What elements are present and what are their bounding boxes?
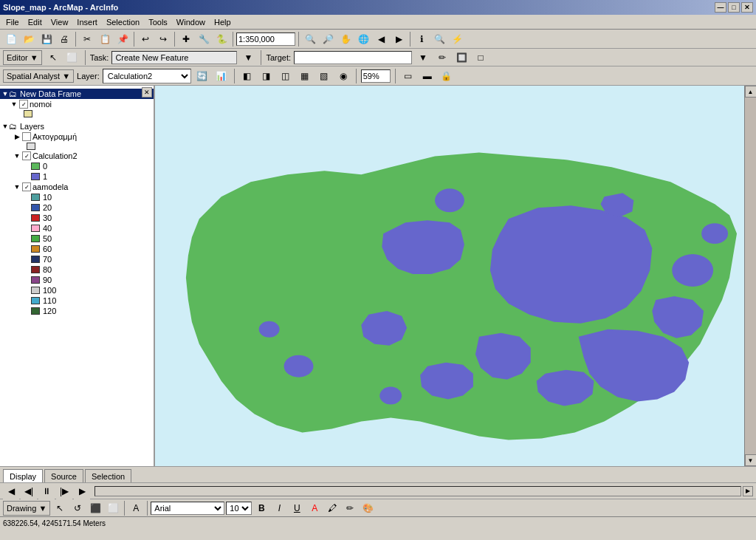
save-button[interactable]: 💾	[38, 31, 55, 47]
full-extent-button[interactable]: 🌐	[355, 31, 371, 47]
scroll-up-button[interactable]: ▲	[745, 86, 757, 98]
spatial-analyst-button[interactable]: Spatial Analyst ▼	[3, 69, 74, 83]
menu-tools[interactable]: Tools	[144, 16, 172, 28]
checkbox-aamodela[interactable]	[22, 182, 31, 191]
redo-button[interactable]: ↪	[155, 31, 171, 47]
rotate-tool[interactable]: ↺	[69, 500, 86, 516]
layer-calc2[interactable]: ▼ Calculation2	[0, 151, 154, 161]
menu-help[interactable]: Help	[210, 16, 236, 28]
sketch-tool2[interactable]: 🔲	[453, 49, 470, 66]
resize-tool[interactable]: ⬜	[105, 500, 121, 516]
menu-view[interactable]: View	[47, 16, 73, 28]
effect-btn3[interactable]: ◫	[278, 68, 294, 84]
edit-tool-button[interactable]: ↖	[45, 49, 61, 66]
zoom-out-button[interactable]: 🔎	[320, 31, 336, 47]
find-button[interactable]: 🔍	[431, 31, 447, 47]
menu-window[interactable]: Window	[172, 16, 210, 28]
menu-selection[interactable]: Selection	[102, 16, 144, 28]
italic-button[interactable]: I	[271, 500, 287, 516]
effect-btn2[interactable]: ◨	[258, 68, 275, 84]
target-input[interactable]	[294, 51, 412, 64]
map-nav-last[interactable]: ▶	[74, 483, 90, 499]
right-scrollbar[interactable]: ▲ ▼	[744, 86, 756, 466]
maximize-button[interactable]: □	[728, 2, 740, 13]
task-input[interactable]	[111, 51, 237, 64]
scroll-right-button[interactable]: ▶	[743, 486, 753, 496]
forward-extent-button[interactable]: ▶	[391, 31, 407, 47]
close-button[interactable]: ✕	[741, 2, 753, 13]
effect-btn4[interactable]: ▦	[297, 68, 313, 84]
text-tool[interactable]: A	[128, 500, 144, 516]
add-data-button[interactable]: ✚	[178, 31, 194, 47]
map-nav-prev[interactable]: ◀|	[21, 483, 37, 499]
back-extent-button[interactable]: ◀	[373, 31, 389, 47]
layout-btn3[interactable]: 🔒	[439, 68, 455, 84]
undo-button[interactable]: ↩	[137, 31, 154, 47]
highlight-button[interactable]: 🖍	[324, 500, 340, 516]
drawing-dropdown[interactable]: Drawing ▼	[3, 501, 50, 516]
layer-select[interactable]: Calculation2	[103, 69, 191, 83]
open-button[interactable]: 📂	[21, 31, 37, 47]
flip-tool[interactable]: ⬛	[87, 500, 103, 516]
tab-selection[interactable]: Selection	[85, 469, 131, 482]
panel-close-button[interactable]: ✕	[142, 87, 152, 98]
print-button[interactable]: 🖨	[56, 31, 72, 47]
data-frame-item[interactable]: ▼ 🗂 New Data Frame	[0, 89, 154, 99]
underline-button[interactable]: U	[289, 500, 305, 516]
sketch-tool1[interactable]: ✏	[434, 49, 450, 66]
checkbox-nomoi[interactable]	[19, 100, 28, 109]
map-nav-next[interactable]: |▶	[56, 483, 72, 499]
font-size-select[interactable]: 10	[226, 502, 252, 515]
menu-file[interactable]: File	[1, 16, 24, 28]
effect-btn5[interactable]: ▧	[316, 68, 332, 84]
menu-insert[interactable]: Insert	[72, 16, 102, 28]
edit-vertices-button[interactable]: ⬜	[64, 49, 80, 66]
task-dropdown[interactable]: ▼	[240, 49, 256, 66]
tab-display[interactable]: Display	[3, 469, 43, 482]
raster-btn1[interactable]: 🔄	[194, 68, 210, 84]
fill-color-button[interactable]: 🎨	[360, 500, 376, 516]
python-button[interactable]: 🐍	[213, 31, 230, 47]
sketch-tool3[interactable]: □	[472, 49, 489, 66]
arc-toolbox-button[interactable]: 🔧	[196, 31, 212, 47]
editor-dropdown[interactable]: Editor ▼	[3, 50, 42, 65]
checkbox-calc2[interactable]	[22, 151, 31, 160]
raster-btn2[interactable]: 📊	[213, 68, 230, 84]
zoom-in-button[interactable]: 🔍	[302, 31, 318, 47]
tab-source[interactable]: Source	[44, 469, 83, 482]
zoom-percent-input[interactable]	[361, 69, 391, 83]
map-canvas[interactable]	[155, 86, 744, 466]
aa-color-120	[31, 307, 40, 315]
cut-button[interactable]: ✂	[79, 31, 95, 47]
lightning-button[interactable]: ⚡	[449, 31, 465, 47]
target-dropdown[interactable]: ▼	[415, 49, 431, 66]
bold-button[interactable]: B	[253, 500, 269, 516]
layer-akto-label: Ακτογραμμή	[32, 132, 77, 141]
identify-button[interactable]: ℹ	[413, 31, 430, 47]
checkbox-akto[interactable]	[22, 132, 31, 141]
copy-button[interactable]: 📋	[97, 31, 113, 47]
scale-input[interactable]	[236, 33, 295, 46]
layer-nomoi[interactable]: ▼ nomoi	[0, 99, 154, 109]
effect-btn1[interactable]: ◧	[239, 68, 255, 84]
layer-aamodela[interactable]: ▼ aamodela	[0, 182, 154, 192]
minimize-button[interactable]: —	[715, 2, 726, 13]
new-button[interactable]: 📄	[3, 31, 19, 47]
map-nav-play[interactable]: ⏸	[38, 483, 55, 499]
map-nav-first[interactable]: ◀	[3, 483, 19, 499]
effect-btn6[interactable]: ◉	[335, 68, 351, 84]
pan-button[interactable]: ✋	[337, 31, 354, 47]
font-select[interactable]: Arial	[151, 502, 224, 515]
horizontal-scrollbar[interactable]	[94, 486, 741, 496]
layout-btn2[interactable]: ▬	[419, 68, 436, 84]
scroll-down-button[interactable]: ▼	[745, 454, 757, 466]
menu-edit[interactable]: Edit	[24, 16, 47, 28]
paste-button[interactable]: 📌	[114, 31, 131, 47]
layers-group[interactable]: ▼ 🗂 Layers	[0, 121, 154, 131]
select-tool[interactable]: ↖	[52, 500, 68, 516]
font-color-button[interactable]: A	[306, 500, 323, 516]
layer-akto[interactable]: ▶ Ακτογραμμή	[0, 131, 154, 142]
scroll-track[interactable]	[745, 98, 756, 454]
line-color-button[interactable]: ✏	[342, 500, 358, 516]
layout-btn1[interactable]: ▭	[400, 68, 416, 84]
